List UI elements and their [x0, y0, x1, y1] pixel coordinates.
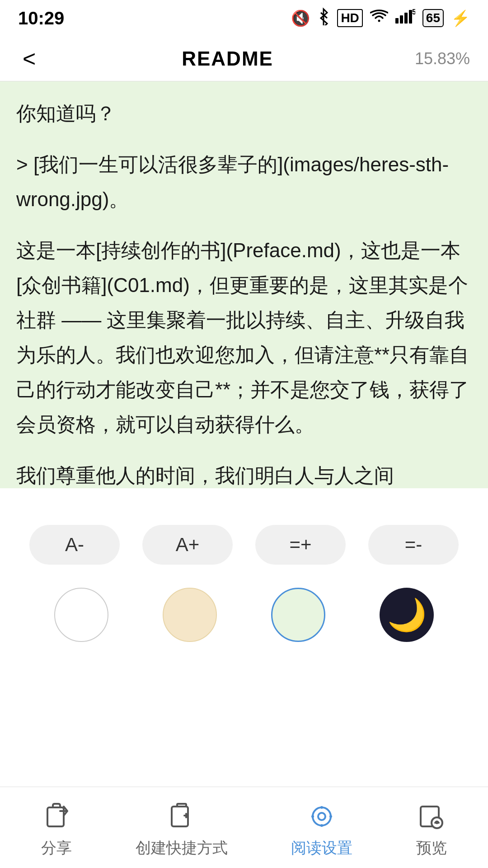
svg-point-11: [311, 815, 314, 818]
svg-point-9: [320, 806, 323, 809]
status-icons: 🔇 HD 5G: [291, 7, 470, 29]
battery-indicator: 65: [422, 9, 444, 27]
svg-rect-0: [395, 18, 399, 24]
svg-rect-2: [404, 13, 408, 24]
hd-icon: HD: [337, 9, 362, 27]
nav-bar: < README 15.83%: [0, 36, 488, 81]
spacing-increase-button[interactable]: =+: [255, 525, 346, 565]
bottom-nav-preview[interactable]: 预览: [416, 801, 447, 859]
preview-icon: [416, 801, 447, 832]
back-button[interactable]: <: [18, 41, 40, 76]
shortcut-label: 创建快捷方式: [136, 838, 228, 859]
svg-point-7: [313, 807, 331, 826]
settings-label: 阅读设置: [291, 838, 352, 859]
status-bar: 10:29 🔇 HD: [0, 0, 488, 36]
shortcut-icon: [166, 801, 197, 832]
bottom-nav: 分享 创建快捷方式 阅读设置: [0, 787, 488, 868]
theme-dark-button[interactable]: 🌙: [380, 588, 434, 642]
svg-rect-1: [400, 15, 403, 24]
font-decrease-button[interactable]: A-: [29, 525, 120, 565]
svg-point-15: [436, 821, 438, 824]
status-time: 10:29: [18, 8, 64, 28]
paragraph-2: > [我们一生可以活很多辈子的](images/heres-sth-wrong.…: [16, 147, 472, 217]
charging-icon: ⚡: [451, 9, 470, 27]
bluetooth-icon: [317, 7, 330, 29]
font-controls: A- A+ =+ =-: [0, 515, 488, 574]
moon-icon: 🌙: [387, 596, 427, 633]
share-icon: [41, 801, 72, 832]
reading-area: 你知道吗？ > [我们一生可以活很多辈子的](images/heres-sth-…: [0, 81, 488, 488]
separator-1: [0, 488, 488, 515]
signal-icon: 5G: [395, 9, 415, 27]
theme-white-button[interactable]: [54, 588, 108, 642]
page-title: README: [182, 47, 273, 70]
svg-point-10: [320, 824, 323, 827]
svg-rect-3: [409, 10, 412, 24]
reading-progress: 15.83%: [415, 49, 470, 68]
theme-cream-button[interactable]: [163, 588, 217, 642]
mute-icon: 🔇: [291, 9, 310, 27]
bottom-nav-share[interactable]: 分享: [41, 801, 72, 859]
paragraph-4: 我们尊重他人的时间，我们明白人与人之间: [16, 458, 472, 488]
share-label: 分享: [41, 838, 72, 859]
separator-2: [0, 656, 488, 669]
preview-label: 预览: [416, 838, 447, 859]
paragraph-1: 你知道吗？: [16, 96, 472, 131]
svg-point-8: [318, 813, 325, 820]
reading-text: 你知道吗？ > [我们一生可以活很多辈子的](images/heres-sth-…: [16, 96, 472, 488]
bottom-nav-settings[interactable]: 阅读设置: [291, 801, 352, 859]
theme-selector: 🌙: [0, 574, 488, 656]
bottom-nav-shortcut[interactable]: 创建快捷方式: [136, 801, 228, 859]
svg-point-12: [329, 815, 332, 818]
theme-green-button[interactable]: [271, 588, 325, 642]
spacing-decrease-button[interactable]: =-: [368, 525, 459, 565]
wifi-icon: [370, 9, 388, 27]
settings-icon: [306, 801, 338, 832]
paragraph-3: 这是一本[持续创作的书](Preface.md)，这也是一本[众创书籍](C01…: [16, 233, 472, 442]
font-increase-button[interactable]: A+: [142, 525, 233, 565]
svg-text:5G: 5G: [412, 9, 415, 16]
